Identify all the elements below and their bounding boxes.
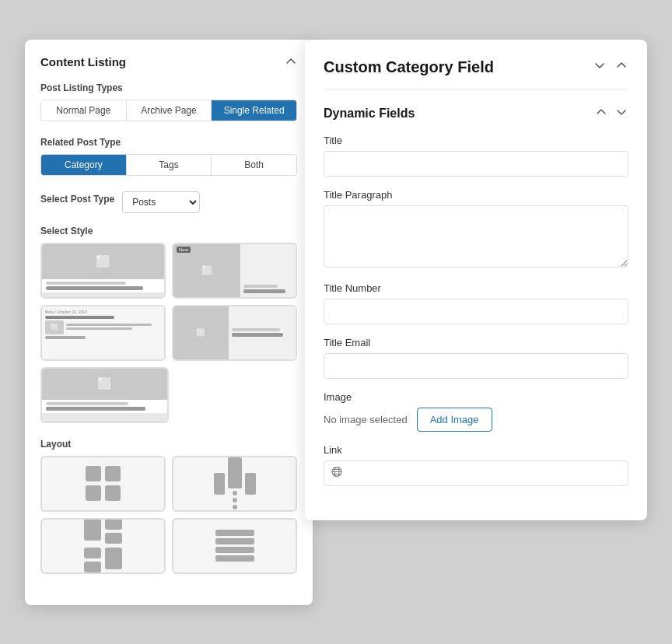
mini-title-3 bbox=[45, 316, 114, 319]
wide-bars-group bbox=[215, 530, 254, 562]
layout-3col-icon bbox=[208, 456, 262, 512]
layout-4grid-icon bbox=[78, 458, 128, 509]
related-post-type-section: Related Post Type Category Tags Both bbox=[40, 137, 297, 176]
mini-card-1: ⬜ bbox=[42, 244, 164, 297]
post-listing-types-section: Post Listing Types Normal Page Archive P… bbox=[40, 82, 297, 121]
mini-row-split-3: ⬜ bbox=[45, 320, 161, 334]
btn-archive-page[interactable]: Archive Page bbox=[127, 100, 212, 121]
style-card-3[interactable]: Meta / October 16, 2018 ⬜ bbox=[40, 305, 166, 361]
mini-split-text-2 bbox=[240, 244, 296, 297]
mini-line-3b bbox=[66, 327, 132, 330]
grid-sq-1 bbox=[86, 466, 101, 481]
add-image-button[interactable]: Add Image bbox=[417, 408, 492, 432]
dynamic-fields-section: Dynamic Fields Title bbox=[324, 105, 628, 486]
mini-text-area-1 bbox=[42, 279, 164, 292]
mini-read-more-3 bbox=[45, 336, 86, 339]
grid-sq-sm-4 bbox=[84, 562, 101, 572]
image-placeholder-icon-1: ⬜ bbox=[96, 254, 111, 269]
select-post-type-row: Select Post Type Posts Pages bbox=[40, 191, 297, 213]
tab-tags[interactable]: Tags bbox=[127, 155, 212, 175]
layout-2grid-icon bbox=[76, 518, 130, 574]
chevron-up-icon[interactable] bbox=[614, 58, 628, 75]
field-label-title-paragraph: Title Paragraph bbox=[324, 189, 628, 201]
mini-new-badge: New bbox=[177, 247, 191, 253]
btn-normal-page[interactable]: Normal Page bbox=[41, 100, 127, 121]
dynamic-fields-down-icon[interactable] bbox=[614, 105, 628, 122]
layout-card-3[interactable] bbox=[40, 518, 166, 574]
right-panel: Custom Category Field Dynamic Fields bbox=[305, 40, 647, 520]
wide-bar-3 bbox=[215, 547, 254, 553]
mini-title-line-4 bbox=[232, 333, 284, 337]
field-label-image: Image bbox=[324, 391, 628, 403]
style-grid: ⬜ New ⬜ bbox=[40, 243, 297, 423]
mini-line-3a bbox=[66, 324, 152, 326]
mini-lines-3 bbox=[66, 324, 161, 331]
col-dot3 bbox=[233, 505, 237, 509]
layout-card-2[interactable] bbox=[172, 456, 297, 512]
mini-split-2: ⬜ bbox=[173, 244, 296, 297]
field-label-title-number: Title Number bbox=[324, 282, 628, 294]
btn-single-related[interactable]: Single Related bbox=[212, 100, 296, 121]
mini-date-line-1 bbox=[46, 282, 126, 285]
field-group-link: Link bbox=[324, 444, 628, 486]
right-panel-title: Custom Category Field bbox=[324, 58, 494, 76]
dynamic-fields-header: Dynamic Fields bbox=[324, 105, 628, 122]
left-panel: Content Listing Post Listing Types Norma… bbox=[25, 40, 313, 605]
style-card-5[interactable]: ⬜ bbox=[40, 367, 169, 423]
field-input-title-number[interactable] bbox=[324, 299, 628, 324]
layout-label: Layout bbox=[40, 439, 297, 450]
field-input-link[interactable] bbox=[324, 460, 628, 486]
header-icons bbox=[593, 58, 628, 75]
related-post-type-label: Related Post Type bbox=[40, 137, 297, 148]
style-card-1[interactable]: ⬜ bbox=[40, 243, 166, 299]
globe-icon bbox=[331, 467, 342, 480]
layout-card-4[interactable] bbox=[172, 518, 297, 574]
dynamic-fields-up-icon[interactable] bbox=[594, 105, 608, 122]
mini-date-line-5 bbox=[46, 402, 128, 405]
link-input-wrapper bbox=[324, 460, 628, 486]
mini-card-5: ⬜ bbox=[42, 369, 167, 422]
post-type-select[interactable]: Posts Pages bbox=[122, 191, 200, 213]
col-dot bbox=[233, 491, 237, 495]
field-group-title: Title bbox=[324, 135, 628, 177]
mini-date-line-4 bbox=[232, 328, 281, 331]
grid-col-left-b bbox=[84, 548, 101, 572]
mini-date-line-2 bbox=[243, 285, 278, 288]
grid-sq-3 bbox=[86, 485, 101, 501]
mini-row-img-3: ⬜ bbox=[45, 320, 64, 334]
dynamic-fields-icons bbox=[594, 105, 628, 122]
mini-card-4: ⬜ bbox=[173, 306, 296, 359]
grid-sq-lg-2 bbox=[105, 548, 122, 569]
mini-text-area-5 bbox=[42, 400, 167, 413]
layout-card-1[interactable] bbox=[40, 456, 166, 512]
style-card-2[interactable]: New ⬜ bbox=[172, 243, 297, 299]
mini-card-4-text bbox=[229, 306, 296, 359]
image-icon-3: ⬜ bbox=[51, 324, 58, 331]
grid-sq-sm-3 bbox=[84, 548, 101, 558]
field-input-title-email[interactable] bbox=[324, 353, 628, 379]
layout-4wide-icon bbox=[209, 523, 261, 568]
panel-collapse-icon[interactable] bbox=[285, 55, 297, 68]
style-card-4[interactable]: ⬜ bbox=[172, 305, 297, 361]
field-input-title[interactable] bbox=[324, 151, 628, 177]
mini-meta-3: Meta / October 16, 2018 bbox=[45, 310, 161, 314]
wide-bar-1 bbox=[215, 530, 254, 536]
wide-bar-2 bbox=[215, 538, 254, 544]
select-style-label: Select Style bbox=[40, 226, 297, 236]
image-icon-4: ⬜ bbox=[196, 328, 205, 337]
grid-sq-2 bbox=[105, 466, 121, 481]
chevron-down-icon[interactable] bbox=[593, 58, 607, 75]
mini-card-4-img: ⬜ bbox=[173, 306, 229, 359]
col-bar-right bbox=[245, 473, 256, 495]
tab-category[interactable]: Category bbox=[41, 155, 127, 175]
tab-both[interactable]: Both bbox=[212, 155, 296, 175]
related-post-type-tabs: Category Tags Both bbox=[40, 154, 297, 176]
panel-title: Content Listing bbox=[40, 55, 126, 68]
grid-sq-sm-2 bbox=[105, 533, 122, 544]
mini-card-3: Meta / October 16, 2018 ⬜ bbox=[42, 306, 164, 359]
field-textarea-title-paragraph[interactable] bbox=[324, 205, 628, 268]
field-group-title-email: Title Email bbox=[324, 337, 628, 379]
col-bar-center bbox=[228, 457, 242, 488]
dynamic-fields-title: Dynamic Fields bbox=[324, 107, 415, 121]
mini-card-2: New ⬜ bbox=[173, 244, 296, 297]
